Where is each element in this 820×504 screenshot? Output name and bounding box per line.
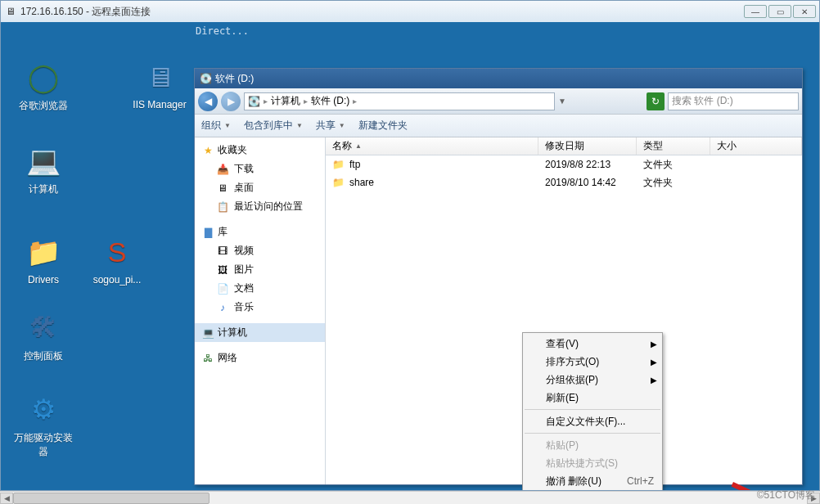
sidebar-libraries[interactable]: ▇库 [195,223,325,241]
column-headers: 名称▲ 修改日期 类型 大小 [326,137,802,155]
app-icon: 💻 [25,142,62,179]
back-button[interactable]: ◀ [198,92,218,111]
sidebar-computer[interactable]: 💻计算机 [195,323,325,342]
rdp-title: 172.16.16.150 - 远程桌面连接 [20,5,744,19]
context-menu-main: 查看(V)▶ 排序方式(O)▶ 分组依据(P)▶ 刷新(E) 自定义文件夹(F)… [522,332,663,490]
desktop-icon-0[interactable]: ◯谷歌浏览器 [12,58,74,113]
watermark: ©51CTO博客 [757,488,815,502]
desktop-icon-label: 谷歌浏览器 [12,99,74,113]
file-date: 2019/8/10 14:42 [538,177,637,188]
sidebar-item-music[interactable]: ♪音乐 [195,298,325,317]
breadcrumb-computer[interactable]: 计算机 [271,94,300,108]
app-icon: 🖥 [141,58,178,96]
desktop-icon-label: 万能驱动安装器 [12,431,74,459]
search-input[interactable]: 搜索 软件 (D:) [668,92,799,110]
app-icon: 📁 [25,233,62,271]
desktop-icon-label: Drivers [12,274,74,286]
breadcrumb[interactable]: 💽 ▸ 计算机 ▸ 软件 (D:) ▸ [244,92,555,110]
toolbar-include[interactable]: 包含到库中▼ [244,119,303,133]
desktop-icon-1[interactable]: 🖥IIS Manager [128,58,191,110]
file-name: share [349,177,374,188]
ctx-group[interactable]: 分组依据(P)▶ [523,371,662,389]
folder-icon: 📁 [332,177,345,188]
refresh-button[interactable]: ↻ [647,92,665,110]
toolbar-newfolder[interactable]: 新建文件夹 [358,119,408,133]
ctx-view[interactable]: 查看(V)▶ [523,335,662,353]
file-type: 文件夹 [637,176,710,190]
desktop-icon-5[interactable]: 🛠控制面板 [12,308,74,363]
maximize-button[interactable]: ▭ [768,5,791,18]
ctx-undo[interactable]: 撤消 删除(U)Ctrl+Z [523,472,662,490]
window-buttons: — ▭ ✕ [744,5,816,18]
column-size[interactable]: 大小 [710,137,802,155]
column-date[interactable]: 修改日期 [538,137,637,155]
explorer-navbar: ◀ ▶ 💽 ▸ 计算机 ▸ 软件 (D:) ▸ ▼ ↻ 搜索 软件 (D:) [195,88,802,115]
explorer-body: ★收藏夹 📥下载 🖥桌面 📋最近访问的位置 ▇库 🎞视频 🖼图片 📄文档 ♪音乐 [195,137,802,484]
rdp-icon: 🖥 [4,6,17,17]
ctx-refresh[interactable]: 刷新(E) [523,389,662,407]
desktop-icon-4[interactable]: Ssogou_pi... [86,233,148,286]
file-date: 2019/8/8 22:13 [538,159,637,170]
sidebar-item-recent[interactable]: 📋最近访问的位置 [195,197,325,216]
desktop-icon-3[interactable]: 📁Drivers [12,233,74,286]
column-type[interactable]: 类型 [637,137,710,155]
table-row[interactable]: 📁share2019/8/10 14:42文件夹 [326,173,802,191]
desktop-icon-label: IIS Manager [128,99,191,110]
explorer-titlebar[interactable]: 💽 软件 (D:) [195,69,802,88]
app-icon: ◯ [25,58,62,96]
drive-icon: 💽 [248,96,260,107]
minimize-button[interactable]: — [744,5,767,18]
desktop-icon-label: 计算机 [12,182,74,196]
desktop-icon-2[interactable]: 💻计算机 [12,142,74,196]
ctx-paste-shortcut: 粘贴快捷方式(S) [523,454,662,472]
close-button[interactable]: ✕ [793,5,816,18]
scroll-track[interactable] [13,493,807,504]
explorer-toolbar: 组织▼ 包含到库中▼ 共享▼ 新建文件夹 [195,115,802,137]
sidebar-network[interactable]: 🖧网络 [195,349,325,367]
file-name: ftp [349,159,360,170]
file-pane[interactable]: 名称▲ 修改日期 类型 大小 📁ftp2019/8/8 22:13文件夹📁sha… [326,137,802,484]
remote-desktop[interactable]: Direct... ◯谷歌浏览器🖥IIS Manager💻计算机📁Drivers… [1,22,819,490]
sidebar-item-videos[interactable]: 🎞视频 [195,241,325,260]
rdp-window: 🖥 172.16.16.150 - 远程桌面连接 — ▭ ✕ Direct...… [0,0,820,491]
toolbar-share[interactable]: 共享▼ [316,119,345,133]
breadcrumb-drive[interactable]: 软件 (D:) [311,94,349,108]
folder-icon: 📁 [332,159,345,170]
sidebar-item-downloads[interactable]: 📥下载 [195,160,325,178]
explorer-title: 软件 (D:) [215,72,254,86]
desktop-icon-label: sogou_pi... [86,274,148,286]
explorer-window: 💽 软件 (D:) ◀ ▶ 💽 ▸ 计算机 ▸ 软件 (D:) ▸ ▼ [194,68,803,485]
sidebar-item-pictures[interactable]: 🖼图片 [195,260,325,279]
scroll-thumb[interactable] [13,493,210,504]
rdp-client-area: Direct... ◯谷歌浏览器🖥IIS Manager💻计算机📁Drivers… [1,22,819,490]
search-placeholder: 搜索 软件 (D:) [672,94,733,108]
breadcrumb-dropdown[interactable]: ▼ [558,97,566,106]
sidebar-favorites[interactable]: ★收藏夹 [195,141,325,160]
app-icon: S [98,233,136,271]
ctx-sort[interactable]: 排序方式(O)▶ [523,353,662,371]
app-icon: 🛠 [25,308,62,346]
forward-button[interactable]: ▶ [221,92,241,111]
file-type: 文件夹 [637,158,710,172]
toolbar-organize[interactable]: 组织▼ [201,119,231,133]
column-name[interactable]: 名称▲ [326,137,538,155]
desktop-icon-6[interactable]: ⚙万能驱动安装器 [12,390,74,459]
table-row[interactable]: 📁ftp2019/8/8 22:13文件夹 [326,155,802,173]
ctx-paste: 粘贴(P) [523,436,662,454]
sidebar-item-documents[interactable]: 📄文档 [195,279,325,298]
horizontal-scrollbar[interactable]: ◀ ▶ [0,491,820,504]
sidebar-item-desktop[interactable]: 🖥桌面 [195,178,325,197]
app-icon: ⚙ [25,390,62,428]
ctx-customize[interactable]: 自定义文件夹(F)... [523,412,662,430]
drive-icon: 💽 [200,73,212,84]
desktop-icon-label: 控制面板 [12,349,74,363]
explorer-sidebar: ★收藏夹 📥下载 🖥桌面 📋最近访问的位置 ▇库 🎞视频 🖼图片 📄文档 ♪音乐 [195,137,326,484]
direct-text: Direct... [196,25,249,37]
rdp-titlebar[interactable]: 🖥 172.16.16.150 - 远程桌面连接 — ▭ ✕ [1,1,819,22]
scroll-left-button[interactable]: ◀ [0,493,13,504]
